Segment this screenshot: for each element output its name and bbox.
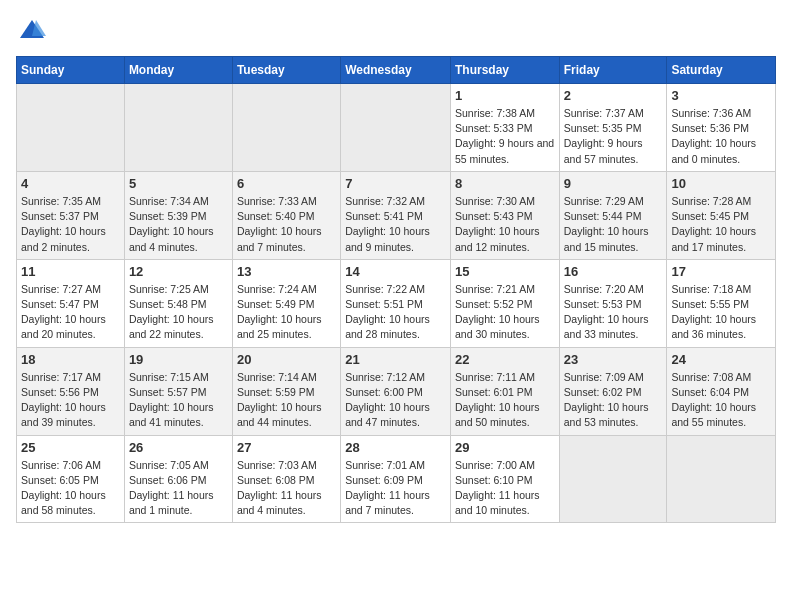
calendar-week-2: 4Sunrise: 7:35 AMSunset: 5:37 PMDaylight… xyxy=(17,171,776,259)
calendar-week-3: 11Sunrise: 7:27 AMSunset: 5:47 PMDayligh… xyxy=(17,259,776,347)
day-info: Sunrise: 7:18 AMSunset: 5:55 PMDaylight:… xyxy=(671,282,771,343)
day-number: 17 xyxy=(671,264,771,279)
day-info: Sunrise: 7:24 AMSunset: 5:49 PMDaylight:… xyxy=(237,282,336,343)
day-number: 5 xyxy=(129,176,228,191)
day-info: Sunrise: 7:22 AMSunset: 5:51 PMDaylight:… xyxy=(345,282,446,343)
calendar-cell: 28Sunrise: 7:01 AMSunset: 6:09 PMDayligh… xyxy=(341,435,451,523)
day-number: 8 xyxy=(455,176,555,191)
day-number: 15 xyxy=(455,264,555,279)
weekday-header-monday: Monday xyxy=(124,57,232,84)
calendar-cell: 26Sunrise: 7:05 AMSunset: 6:06 PMDayligh… xyxy=(124,435,232,523)
calendar-week-4: 18Sunrise: 7:17 AMSunset: 5:56 PMDayligh… xyxy=(17,347,776,435)
day-number: 26 xyxy=(129,440,228,455)
calendar-cell xyxy=(341,84,451,172)
day-info: Sunrise: 7:09 AMSunset: 6:02 PMDaylight:… xyxy=(564,370,663,431)
calendar-cell: 2Sunrise: 7:37 AMSunset: 5:35 PMDaylight… xyxy=(559,84,667,172)
day-info: Sunrise: 7:30 AMSunset: 5:43 PMDaylight:… xyxy=(455,194,555,255)
calendar-cell: 14Sunrise: 7:22 AMSunset: 5:51 PMDayligh… xyxy=(341,259,451,347)
day-number: 22 xyxy=(455,352,555,367)
day-number: 1 xyxy=(455,88,555,103)
calendar-cell: 27Sunrise: 7:03 AMSunset: 6:08 PMDayligh… xyxy=(232,435,340,523)
day-number: 6 xyxy=(237,176,336,191)
calendar-cell xyxy=(17,84,125,172)
day-info: Sunrise: 7:00 AMSunset: 6:10 PMDaylight:… xyxy=(455,458,555,519)
calendar-table: SundayMondayTuesdayWednesdayThursdayFrid… xyxy=(16,56,776,523)
calendar-cell: 11Sunrise: 7:27 AMSunset: 5:47 PMDayligh… xyxy=(17,259,125,347)
calendar-cell: 23Sunrise: 7:09 AMSunset: 6:02 PMDayligh… xyxy=(559,347,667,435)
day-number: 28 xyxy=(345,440,446,455)
calendar-cell: 6Sunrise: 7:33 AMSunset: 5:40 PMDaylight… xyxy=(232,171,340,259)
calendar-week-1: 1Sunrise: 7:38 AMSunset: 5:33 PMDaylight… xyxy=(17,84,776,172)
day-number: 23 xyxy=(564,352,663,367)
day-info: Sunrise: 7:36 AMSunset: 5:36 PMDaylight:… xyxy=(671,106,771,167)
day-number: 9 xyxy=(564,176,663,191)
calendar-cell: 3Sunrise: 7:36 AMSunset: 5:36 PMDaylight… xyxy=(667,84,776,172)
logo xyxy=(16,16,46,44)
day-info: Sunrise: 7:32 AMSunset: 5:41 PMDaylight:… xyxy=(345,194,446,255)
calendar-cell xyxy=(559,435,667,523)
calendar-cell: 10Sunrise: 7:28 AMSunset: 5:45 PMDayligh… xyxy=(667,171,776,259)
day-number: 10 xyxy=(671,176,771,191)
weekday-header-row: SundayMondayTuesdayWednesdayThursdayFrid… xyxy=(17,57,776,84)
calendar-cell: 17Sunrise: 7:18 AMSunset: 5:55 PMDayligh… xyxy=(667,259,776,347)
day-info: Sunrise: 7:28 AMSunset: 5:45 PMDaylight:… xyxy=(671,194,771,255)
day-info: Sunrise: 7:33 AMSunset: 5:40 PMDaylight:… xyxy=(237,194,336,255)
weekday-header-friday: Friday xyxy=(559,57,667,84)
day-number: 7 xyxy=(345,176,446,191)
day-number: 11 xyxy=(21,264,120,279)
calendar-cell: 22Sunrise: 7:11 AMSunset: 6:01 PMDayligh… xyxy=(450,347,559,435)
day-info: Sunrise: 7:08 AMSunset: 6:04 PMDaylight:… xyxy=(671,370,771,431)
day-number: 24 xyxy=(671,352,771,367)
calendar-cell xyxy=(667,435,776,523)
day-number: 14 xyxy=(345,264,446,279)
calendar-body: 1Sunrise: 7:38 AMSunset: 5:33 PMDaylight… xyxy=(17,84,776,523)
day-info: Sunrise: 7:17 AMSunset: 5:56 PMDaylight:… xyxy=(21,370,120,431)
day-info: Sunrise: 7:11 AMSunset: 6:01 PMDaylight:… xyxy=(455,370,555,431)
calendar-cell: 7Sunrise: 7:32 AMSunset: 5:41 PMDaylight… xyxy=(341,171,451,259)
calendar-cell: 20Sunrise: 7:14 AMSunset: 5:59 PMDayligh… xyxy=(232,347,340,435)
calendar-cell: 25Sunrise: 7:06 AMSunset: 6:05 PMDayligh… xyxy=(17,435,125,523)
day-info: Sunrise: 7:03 AMSunset: 6:08 PMDaylight:… xyxy=(237,458,336,519)
day-info: Sunrise: 7:37 AMSunset: 5:35 PMDaylight:… xyxy=(564,106,663,167)
weekday-header-tuesday: Tuesday xyxy=(232,57,340,84)
calendar-cell: 24Sunrise: 7:08 AMSunset: 6:04 PMDayligh… xyxy=(667,347,776,435)
calendar-cell xyxy=(232,84,340,172)
day-number: 2 xyxy=(564,88,663,103)
day-number: 4 xyxy=(21,176,120,191)
calendar-cell: 21Sunrise: 7:12 AMSunset: 6:00 PMDayligh… xyxy=(341,347,451,435)
calendar-cell: 29Sunrise: 7:00 AMSunset: 6:10 PMDayligh… xyxy=(450,435,559,523)
day-info: Sunrise: 7:05 AMSunset: 6:06 PMDaylight:… xyxy=(129,458,228,519)
day-number: 20 xyxy=(237,352,336,367)
day-number: 19 xyxy=(129,352,228,367)
day-number: 13 xyxy=(237,264,336,279)
day-info: Sunrise: 7:29 AMSunset: 5:44 PMDaylight:… xyxy=(564,194,663,255)
page-header xyxy=(16,16,776,44)
calendar-cell: 18Sunrise: 7:17 AMSunset: 5:56 PMDayligh… xyxy=(17,347,125,435)
calendar-cell: 5Sunrise: 7:34 AMSunset: 5:39 PMDaylight… xyxy=(124,171,232,259)
day-info: Sunrise: 7:34 AMSunset: 5:39 PMDaylight:… xyxy=(129,194,228,255)
day-info: Sunrise: 7:25 AMSunset: 5:48 PMDaylight:… xyxy=(129,282,228,343)
svg-marker-1 xyxy=(32,20,46,36)
day-info: Sunrise: 7:38 AMSunset: 5:33 PMDaylight:… xyxy=(455,106,555,167)
day-number: 16 xyxy=(564,264,663,279)
weekday-header-thursday: Thursday xyxy=(450,57,559,84)
day-info: Sunrise: 7:35 AMSunset: 5:37 PMDaylight:… xyxy=(21,194,120,255)
calendar-cell: 1Sunrise: 7:38 AMSunset: 5:33 PMDaylight… xyxy=(450,84,559,172)
day-number: 3 xyxy=(671,88,771,103)
calendar-cell: 4Sunrise: 7:35 AMSunset: 5:37 PMDaylight… xyxy=(17,171,125,259)
calendar-cell: 16Sunrise: 7:20 AMSunset: 5:53 PMDayligh… xyxy=(559,259,667,347)
calendar-cell: 9Sunrise: 7:29 AMSunset: 5:44 PMDaylight… xyxy=(559,171,667,259)
calendar-cell: 19Sunrise: 7:15 AMSunset: 5:57 PMDayligh… xyxy=(124,347,232,435)
day-info: Sunrise: 7:21 AMSunset: 5:52 PMDaylight:… xyxy=(455,282,555,343)
day-number: 18 xyxy=(21,352,120,367)
weekday-header-sunday: Sunday xyxy=(17,57,125,84)
day-info: Sunrise: 7:15 AMSunset: 5:57 PMDaylight:… xyxy=(129,370,228,431)
day-info: Sunrise: 7:27 AMSunset: 5:47 PMDaylight:… xyxy=(21,282,120,343)
day-info: Sunrise: 7:14 AMSunset: 5:59 PMDaylight:… xyxy=(237,370,336,431)
logo-icon xyxy=(18,16,46,44)
day-number: 25 xyxy=(21,440,120,455)
day-number: 27 xyxy=(237,440,336,455)
day-info: Sunrise: 7:12 AMSunset: 6:00 PMDaylight:… xyxy=(345,370,446,431)
day-number: 12 xyxy=(129,264,228,279)
day-number: 29 xyxy=(455,440,555,455)
